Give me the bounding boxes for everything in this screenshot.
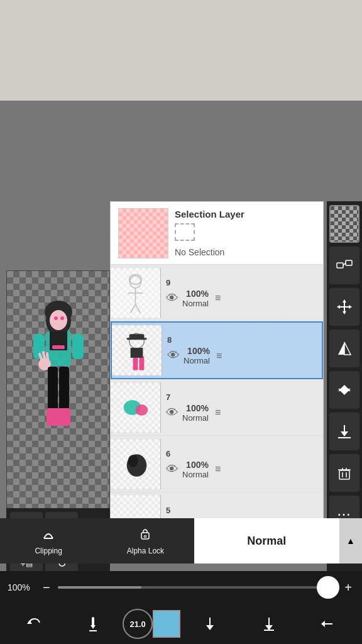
blend-bar: Clipping α Alpha Lock Normal ▲ bbox=[0, 518, 362, 564]
layer-5-content: 5 bbox=[161, 503, 323, 519]
svg-rect-17 bbox=[58, 408, 70, 426]
zoom-plus-button[interactable]: + bbox=[342, 580, 354, 595]
clipping-icon bbox=[41, 527, 55, 544]
top-bezel bbox=[0, 0, 362, 101]
layer-7-controls: 👁 100% Normal ≡ bbox=[166, 403, 318, 423]
svg-marker-26 bbox=[349, 305, 352, 309]
delete-button[interactable] bbox=[329, 454, 359, 492]
layer-9-thumb bbox=[111, 268, 161, 318]
layer-5-number: 5 bbox=[166, 506, 318, 515]
layer-8-thumb bbox=[112, 325, 162, 375]
clipping-button[interactable]: Clipping bbox=[0, 518, 97, 564]
app-area: + ⊕ +▤ ↻ 📷 bbox=[0, 101, 362, 644]
alpha-lock-button[interactable]: α Alpha Lock bbox=[97, 518, 194, 564]
layer-row-7[interactable]: 7 👁 100% Normal ≡ bbox=[111, 379, 323, 436]
svg-point-3 bbox=[54, 316, 58, 320]
svg-text:α: α bbox=[144, 533, 147, 539]
svg-rect-34 bbox=[339, 470, 349, 479]
back-button[interactable] bbox=[298, 604, 357, 644]
layer-panel: Selection Layer No Selection bbox=[110, 201, 324, 530]
layer-9-controls: 👁 100% Normal ≡ bbox=[166, 289, 318, 308]
layer-7-thumb bbox=[111, 382, 161, 433]
selection-thumb bbox=[118, 208, 168, 258]
svg-marker-23 bbox=[343, 299, 346, 303]
svg-marker-67 bbox=[90, 625, 96, 629]
svg-rect-51 bbox=[127, 338, 147, 340]
layer-6-opacity: 100% bbox=[186, 460, 209, 470]
layer-6-thumb bbox=[111, 439, 161, 489]
svg-marker-70 bbox=[206, 625, 214, 630]
layer-9-menu[interactable]: ≡ bbox=[215, 292, 221, 304]
zoom-slider[interactable] bbox=[58, 586, 337, 589]
layer-row-6[interactable]: 6 👁 100% Normal ≡ bbox=[111, 436, 323, 492]
svg-point-2 bbox=[50, 310, 67, 330]
svg-rect-14 bbox=[48, 367, 58, 411]
zoom-slider-fill bbox=[58, 586, 141, 589]
selection-layer-row: Selection Layer No Selection bbox=[111, 202, 323, 265]
layer-row-8[interactable]: 8 👁 100% Normal ≡ bbox=[111, 321, 323, 379]
pen-button[interactable] bbox=[64, 604, 123, 644]
confirm-button[interactable] bbox=[180, 604, 239, 644]
svg-rect-19 bbox=[346, 260, 352, 265]
layer-row-9[interactable]: 9 👁 100% Normal ≡ bbox=[111, 265, 323, 321]
layer-6-controls: 👁 100% Normal ≡ bbox=[166, 460, 318, 479]
checker-button[interactable] bbox=[329, 205, 359, 243]
svg-point-60 bbox=[128, 455, 138, 467]
expand-button[interactable] bbox=[239, 604, 299, 644]
layer-8-content: 8 👁 100% Normal ≡ bbox=[162, 333, 322, 368]
layer-9-visibility[interactable]: 👁 bbox=[166, 291, 178, 306]
svg-point-4 bbox=[60, 316, 64, 320]
svg-marker-28 bbox=[344, 342, 351, 355]
svg-rect-52 bbox=[133, 357, 138, 370]
svg-point-57 bbox=[136, 404, 148, 416]
layer-9-opacity: 100% bbox=[186, 289, 209, 299]
layer-6-visibility[interactable]: 👁 bbox=[166, 462, 178, 477]
transform-button[interactable] bbox=[329, 247, 359, 284]
compress-button[interactable] bbox=[329, 371, 359, 409]
undo-button[interactable] bbox=[5, 604, 64, 644]
layer-7-content: 7 👁 100% Normal ≡ bbox=[161, 390, 323, 425]
layer-9-stats: 100% Normal bbox=[182, 289, 209, 308]
selection-info: Selection Layer No Selection bbox=[175, 209, 315, 257]
layer-8-menu[interactable]: ≡ bbox=[216, 350, 222, 362]
svg-marker-72 bbox=[265, 625, 273, 630]
clipping-label: Clipping bbox=[35, 547, 62, 555]
selection-rect-icon bbox=[175, 223, 195, 241]
layer-8-number: 8 bbox=[167, 335, 317, 345]
zoom-minus-button[interactable]: − bbox=[40, 580, 53, 595]
blend-mode-selector[interactable]: Normal bbox=[194, 518, 339, 564]
layer-7-visibility[interactable]: 👁 bbox=[166, 406, 178, 420]
layer-8-opacity: 100% bbox=[187, 346, 210, 356]
brush-size-value: 21.0 bbox=[130, 619, 146, 629]
blend-mode-arrow[interactable]: ▲ bbox=[339, 518, 362, 564]
blend-mode-label: Normal bbox=[247, 535, 286, 548]
svg-rect-9 bbox=[72, 334, 84, 359]
color-swatch[interactable] bbox=[153, 610, 180, 638]
svg-marker-30 bbox=[338, 389, 351, 395]
layer-7-opacity: 100% bbox=[186, 403, 209, 413]
svg-marker-32 bbox=[341, 431, 348, 436]
layer-7-number: 7 bbox=[166, 392, 318, 402]
alpha-lock-icon: α bbox=[138, 527, 152, 544]
layer-7-menu[interactable]: ≡ bbox=[215, 407, 221, 418]
layer-8-visibility[interactable]: 👁 bbox=[167, 348, 180, 363]
download-button[interactable] bbox=[329, 413, 359, 450]
layer-9-mode: Normal bbox=[182, 299, 209, 308]
svg-rect-54 bbox=[131, 348, 143, 358]
svg-marker-75 bbox=[321, 621, 325, 627]
layer-6-mode: Normal bbox=[182, 470, 209, 479]
flip-button[interactable] bbox=[329, 330, 359, 367]
move-button[interactable] bbox=[329, 288, 359, 326]
svg-rect-53 bbox=[139, 357, 144, 370]
svg-line-11 bbox=[40, 354, 41, 359]
zoom-knob[interactable] bbox=[317, 576, 339, 599]
layer-6-menu[interactable]: ≡ bbox=[215, 464, 221, 475]
layer-8-stats: 100% Normal bbox=[184, 346, 210, 365]
svg-rect-7 bbox=[52, 345, 65, 349]
layer-9-number: 9 bbox=[166, 278, 318, 287]
svg-marker-25 bbox=[337, 305, 340, 309]
layer-6-stats: 100% Normal bbox=[182, 460, 209, 479]
layer-6-content: 6 👁 100% Normal ≡ bbox=[161, 447, 323, 482]
brush-size-display[interactable]: 21.0 bbox=[123, 609, 153, 639]
layer-6-number: 6 bbox=[166, 449, 318, 458]
